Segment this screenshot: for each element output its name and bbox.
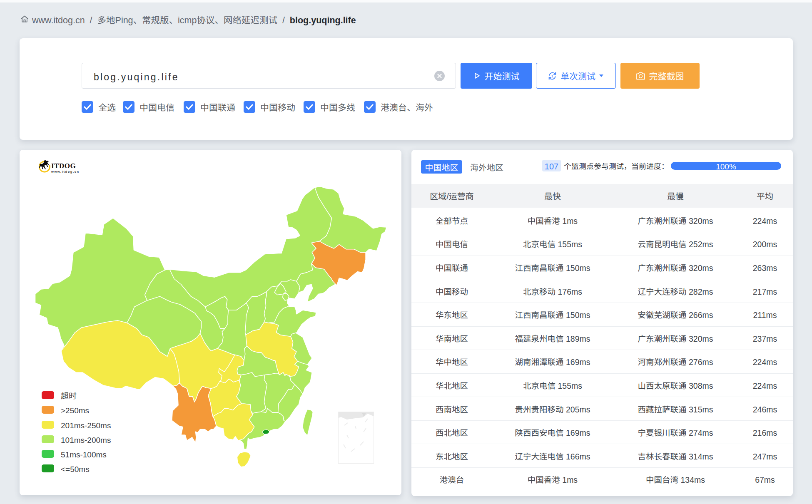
svg-text:1: 1 [551, 74, 553, 78]
